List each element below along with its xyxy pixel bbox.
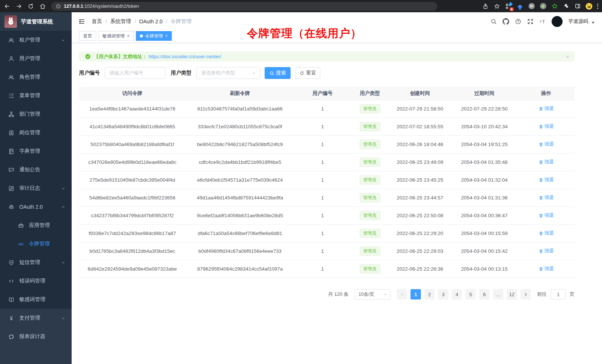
page-button-5[interactable]: 5 (465, 289, 476, 300)
extension-gem-icon[interactable] (517, 3, 523, 10)
column-header: 操作 (518, 90, 575, 97)
force-logout-button[interactable]: 强退 (539, 230, 554, 236)
help-icon[interactable] (515, 18, 521, 25)
table-row: 6d842e2924594de9a09e45e087323abe8796295f… (79, 260, 575, 278)
home-icon[interactable] (39, 3, 46, 10)
breadcrumb-item: 令牌管理 (171, 18, 192, 25)
page-button-6[interactable]: 6 (479, 289, 490, 300)
search-button[interactable]: 搜索 (265, 67, 291, 79)
sidebar-item-3[interactable]: 角色管理 (0, 68, 72, 86)
sidebar-item-10[interactable]: OAuth 2.0 (0, 198, 72, 216)
sidebar-item-7[interactable]: 字典管理 (0, 142, 72, 161)
sidebar-item-4[interactable]: 菜单管理 (0, 86, 72, 105)
force-logout-button[interactable]: 强退 (539, 194, 554, 201)
search-icon[interactable] (490, 18, 497, 25)
pagination: 共 120 条 10条/页 123456...12 前往 1 页 (79, 289, 575, 300)
force-logout-label: 强退 (544, 194, 554, 201)
tag-view-tab[interactable]: 敏感词管理× (98, 31, 134, 41)
prev-page-button[interactable] (397, 289, 407, 300)
sidebar-item-label: 租户管理 (19, 37, 40, 43)
browser-menu-icon[interactable] (597, 4, 598, 9)
sidebar-item-2[interactable]: 用户管理 (0, 49, 72, 68)
next-page-button[interactable] (520, 289, 531, 300)
reset-button[interactable]: 重置 (295, 67, 320, 79)
app-logo[interactable]: 芋道管理系统 (0, 12, 72, 31)
user-avatar[interactable] (552, 16, 563, 27)
breadcrumb-item[interactable]: 首页 (92, 18, 102, 25)
share-icon[interactable] (482, 3, 489, 10)
page-button-12[interactable]: 12 (507, 289, 517, 300)
user-menu-caret-icon[interactable] (592, 22, 595, 24)
back-icon[interactable] (4, 3, 10, 10)
table-row: c342377bf8b344799dcbf7bf095287f29ce8ef2a… (79, 207, 575, 225)
force-logout-button[interactable]: 强退 (539, 212, 554, 219)
force-logout-button[interactable]: 强退 (539, 248, 554, 254)
force-logout-button[interactable]: 强退 (539, 265, 554, 272)
force-logout-button[interactable]: 强退 (539, 105, 554, 112)
tag-view-tab[interactable]: 令牌管理× (136, 31, 172, 41)
site-info-icon[interactable] (56, 4, 61, 9)
page-button-4[interactable]: 4 (452, 289, 462, 300)
tab-label: 敏感词管理 (102, 33, 125, 39)
sidebar-item-5[interactable]: 部门管理 (0, 105, 72, 123)
sidebar-item-16[interactable]: 支付管理 (0, 309, 72, 327)
tab-close-icon[interactable]: × (165, 33, 168, 39)
breadcrumb-separator: / (134, 19, 136, 24)
breadcrumb-separator: / (105, 19, 107, 24)
force-logout-button[interactable]: 强退 (539, 141, 554, 148)
page-button-1[interactable]: 1 (410, 289, 421, 300)
font-size-icon[interactable]: TT (539, 18, 546, 25)
page-size-select[interactable]: 10条/页 (355, 289, 390, 300)
username[interactable]: 芋道源码 (568, 18, 588, 25)
force-logout-label: 强退 (544, 212, 554, 219)
side-panel-icon[interactable] (574, 3, 581, 10)
sidebar-item-8[interactable]: 通知公告 (0, 161, 72, 179)
cell-created: 2022-06-26 18:04:46 (389, 142, 451, 147)
sidebar-item-13[interactable]: 短信管理 (0, 253, 72, 272)
tag-view-tab[interactable]: 首页 (79, 31, 96, 41)
github-icon[interactable] (503, 18, 509, 25)
extension-star-icon[interactable] (551, 3, 558, 10)
page-buttons: 123456...12 (410, 289, 517, 300)
briefcase-icon (18, 222, 24, 229)
extension-grid-icon[interactable]: 9 (505, 3, 512, 10)
collapse-sidebar-icon[interactable] (78, 18, 85, 25)
force-logout-button[interactable]: 强退 (539, 123, 554, 130)
sidebar-item-1[interactable]: 租户管理 (0, 31, 72, 49)
reload-icon[interactable] (27, 3, 34, 10)
breadcrumb-item[interactable]: OAuth 2.0 (139, 19, 163, 24)
forward-icon[interactable] (16, 3, 22, 10)
extension-command-icon[interactable]: ⌘ (528, 3, 535, 10)
tab-close-icon[interactable]: × (127, 33, 130, 39)
sidebar-item-12[interactable]: 令牌管理 (0, 235, 72, 253)
chevron-up-icon (61, 205, 66, 209)
user-id-input[interactable]: 请输入用户编号 (105, 67, 166, 79)
url-text: 127.0.0.1:1024/system/oauth2/token (64, 4, 139, 9)
yen-icon (8, 315, 14, 321)
goto-page-input[interactable]: 1 (551, 289, 566, 300)
profile-avatar-icon[interactable] (586, 3, 592, 10)
sidebar-item-11[interactable]: 应用管理 (0, 216, 72, 235)
cell-user_id: 1 (294, 177, 351, 183)
address-bar[interactable]: 127.0.0.1:1024/system/oauth2/token (51, 2, 437, 11)
user-type-select[interactable]: 请选择用户类型 (196, 67, 260, 79)
sidebar-item-9[interactable]: 审计日志 (0, 179, 72, 198)
page-button-2[interactable]: 2 (424, 289, 435, 300)
cell-access: 54d6be82ee5a460a9aedc1f9bf223656 (79, 195, 186, 201)
sidebar-item-6[interactable]: 岗位管理 (0, 123, 72, 142)
breadcrumb-item[interactable]: 系统管理 (110, 18, 131, 25)
force-logout-button[interactable]: 强退 (539, 159, 554, 165)
cell-created: 2022-06-25 22:26:36 (389, 266, 451, 272)
bookmark-star-icon[interactable] (494, 3, 500, 10)
page-ellipsis[interactable]: ... (493, 289, 503, 300)
extension-puzzle-icon[interactable] (563, 3, 569, 10)
fullscreen-icon[interactable] (527, 18, 534, 25)
alert-close-icon[interactable]: × (566, 53, 569, 60)
sidebar-item-15[interactable]: 敏感词管理 (0, 290, 72, 309)
page-button-3[interactable]: 3 (438, 289, 448, 300)
force-logout-button[interactable]: 强退 (539, 176, 554, 183)
sidebar-item-17[interactable]: 报表设计器 (0, 327, 72, 346)
extension-record-icon[interactable] (540, 3, 546, 10)
doc-link[interactable]: https://doc.iocoder.cn/user-center/ (148, 54, 221, 59)
sidebar-item-14[interactable]: 错误码管理 (0, 272, 72, 290)
